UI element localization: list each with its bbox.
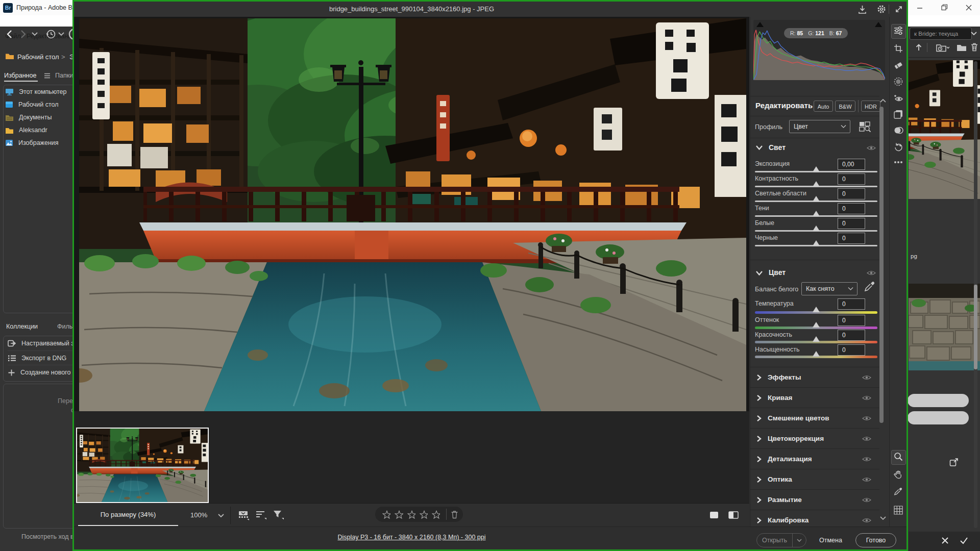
zoom-fit-tab[interactable]: По размеру (34%) <box>78 505 178 526</box>
zoom-level[interactable]: 100% <box>190 504 207 527</box>
section-calibration[interactable]: Калибровка <box>750 510 879 530</box>
eye-icon[interactable] <box>862 497 871 503</box>
scrollbar-thumb[interactable] <box>974 285 977 369</box>
breadcrumb[interactable]: Рабочий стол <box>17 53 59 61</box>
trash-icon[interactable] <box>451 510 458 519</box>
edit-sliders-icon[interactable] <box>894 26 903 35</box>
close-button[interactable] <box>966 5 972 11</box>
history-icon[interactable] <box>46 29 56 39</box>
eye-icon[interactable] <box>862 436 871 442</box>
light-section-title[interactable]: Свет <box>769 143 786 152</box>
trash-icon[interactable] <box>970 42 978 52</box>
open-external-icon[interactable] <box>949 458 959 467</box>
download-icon[interactable] <box>857 5 867 14</box>
eye-icon[interactable] <box>862 517 871 523</box>
masking-icon[interactable] <box>894 77 903 86</box>
eye-icon[interactable] <box>862 456 871 462</box>
profile-browser-icon[interactable] <box>859 121 871 132</box>
scroll-down-icon[interactable] <box>880 516 886 520</box>
grid-thumbnail[interactable] <box>909 284 980 370</box>
red-eye-icon[interactable] <box>894 93 903 103</box>
eye-icon[interactable] <box>867 270 876 276</box>
color-sampler-icon[interactable] <box>894 487 903 496</box>
sort-icon[interactable] <box>256 510 267 520</box>
star-icon[interactable] <box>420 510 428 519</box>
grid-icon[interactable] <box>894 506 903 515</box>
slider-thumb[interactable] <box>813 336 820 342</box>
section-color-mixer[interactable]: Смешение цветов <box>750 408 879 428</box>
shadow-clipping-icon[interactable] <box>756 22 764 27</box>
heal-icon[interactable] <box>894 61 903 69</box>
section-curve[interactable]: Кривая <box>750 387 879 408</box>
tab-collections[interactable]: Коллекции <box>6 323 38 330</box>
section-detail[interactable]: Детализация <box>750 448 879 469</box>
slider-thumb[interactable] <box>813 196 820 202</box>
slider-value-input[interactable]: 0 <box>838 315 865 326</box>
color-section-title[interactable]: Цвет <box>769 268 786 277</box>
slider-value-input[interactable]: 0 <box>838 330 865 341</box>
color-section-chevron-icon[interactable] <box>755 270 763 276</box>
preview-layout-icon[interactable] <box>709 511 719 519</box>
slider-value-input[interactable]: 0 <box>838 298 865 310</box>
tab-favorites[interactable]: Избранное <box>4 72 36 79</box>
section-effects[interactable]: Эффекты <box>750 367 879 387</box>
slider-thumb[interactable] <box>813 351 820 357</box>
eye-icon[interactable] <box>862 395 871 401</box>
white-balance-dropdown[interactable]: Как снято <box>801 282 857 295</box>
cancel-status-icon[interactable] <box>941 537 949 544</box>
filter-icon[interactable] <box>273 510 284 520</box>
hand-tool-icon[interactable] <box>894 470 903 479</box>
back-button[interactable] <box>5 29 14 40</box>
slider-thumb[interactable] <box>813 211 820 216</box>
grid-thumbnail[interactable] <box>909 60 980 199</box>
slider-thumb[interactable] <box>813 226 820 231</box>
section-blur[interactable]: Размытие <box>750 489 879 510</box>
bw-button[interactable]: B&W <box>835 101 855 112</box>
star-icon[interactable] <box>395 510 403 519</box>
new-folder-icon[interactable] <box>957 43 967 52</box>
slider-thumb[interactable] <box>813 166 820 172</box>
scroll-up-icon[interactable] <box>880 98 886 103</box>
open-chevron-down-icon[interactable] <box>792 534 806 547</box>
nav-chevron-down-icon[interactable] <box>32 32 38 36</box>
history-chevron-down-icon[interactable] <box>58 32 64 36</box>
open-button[interactable]: Открыть <box>756 533 806 547</box>
before-after-icon[interactable] <box>728 511 739 519</box>
star-icon[interactable] <box>432 510 440 519</box>
search-chevron-down-icon[interactable] <box>971 31 977 36</box>
panel-menu-icon[interactable] <box>44 73 51 79</box>
highlight-clipping-icon[interactable] <box>875 22 882 27</box>
slider-thumb[interactable] <box>813 181 820 187</box>
slider-value-input[interactable]: 0 <box>838 203 865 214</box>
slider-value-input[interactable]: 0 <box>838 173 865 185</box>
filmstrip-thumbnail-selected[interactable] <box>76 428 209 503</box>
restore-button[interactable] <box>941 4 948 11</box>
slider-thumb[interactable] <box>813 307 820 312</box>
crop-icon[interactable] <box>894 44 903 53</box>
eye-icon[interactable] <box>862 374 871 381</box>
auto-button[interactable]: Auto <box>814 101 833 112</box>
eye-icon[interactable] <box>867 145 876 151</box>
versions-icon[interactable] <box>894 142 903 152</box>
confirm-status-icon[interactable] <box>960 536 968 544</box>
slider-thumb[interactable] <box>813 322 820 328</box>
more-options-icon[interactable] <box>894 161 903 164</box>
hdr-button[interactable]: HDR <box>861 101 880 112</box>
slider-value-input[interactable]: 0,00 <box>838 159 865 170</box>
eye-icon[interactable] <box>862 477 871 483</box>
white-balance-eyedropper-icon[interactable] <box>864 281 875 293</box>
filmstrip-toggle-icon[interactable] <box>238 510 250 520</box>
section-optics[interactable]: Оптика <box>750 469 879 489</box>
search-input[interactable]: к Bridge: текуща <box>910 28 972 40</box>
profile-dropdown[interactable]: Цвет <box>789 120 850 133</box>
light-section-chevron-icon[interactable] <box>755 145 763 151</box>
star-icon[interactable] <box>407 510 415 519</box>
snapshots-icon[interactable] <box>894 126 903 135</box>
slider-value-input[interactable]: 0 <box>838 188 865 199</box>
slider-value-input[interactable]: 0 <box>838 233 865 244</box>
histogram[interactable]: R:85 G:121 B:67 <box>753 20 885 80</box>
minimize-button[interactable] <box>917 5 923 11</box>
done-button[interactable]: Готово <box>855 533 896 547</box>
zoom-tool-icon[interactable] <box>894 452 903 461</box>
slider-value-input[interactable]: 0 <box>838 218 865 229</box>
